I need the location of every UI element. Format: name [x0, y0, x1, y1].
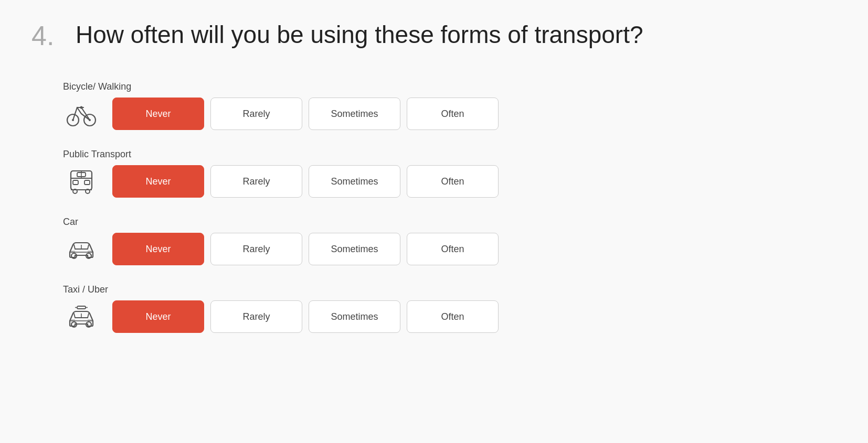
btn-taxi-never[interactable]: Never: [112, 300, 204, 333]
svg-point-5: [80, 106, 83, 109]
transport-label-taxi: Taxi / Uber: [63, 284, 499, 295]
btn-car-sometimes[interactable]: Sometimes: [309, 233, 400, 265]
btn-public-transport-often[interactable]: Often: [407, 165, 499, 198]
transport-row-bicycle: Bicycle/ Walking NeverRarelySometimesOft…: [63, 72, 837, 139]
btn-taxi-often[interactable]: Often: [407, 300, 499, 333]
bicycle-icon: [63, 98, 100, 129]
question-number: 4.: [31, 21, 63, 51]
icon-buttons-bicycle: NeverRarelySometimesOften: [63, 98, 499, 130]
transport-row-car: Car NeverRarelySometimesOften: [63, 207, 837, 275]
buttons-group-car: NeverRarelySometimesOften: [112, 233, 499, 265]
row-content-taxi: Taxi / Uber NeverRarelySometimesOften: [63, 284, 499, 333]
btn-car-never[interactable]: Never: [112, 233, 204, 265]
svg-rect-32: [88, 319, 92, 321]
svg-rect-23: [88, 251, 92, 253]
icon-buttons-car: NeverRarelySometimesOften: [63, 233, 499, 265]
icon-buttons-taxi: NeverRarelySometimesOften: [63, 300, 499, 333]
row-content-car: Car NeverRarelySometimesOften: [63, 217, 499, 265]
transport-row-public-transport: Public Transport NeverRarelySometimesOft…: [63, 139, 837, 207]
icon-buttons-public-transport: NeverRarelySometimesOften: [63, 165, 499, 198]
svg-rect-22: [71, 251, 75, 253]
transport-label-car: Car: [63, 217, 499, 228]
btn-car-often[interactable]: Often: [407, 233, 499, 265]
transport-label-bicycle: Bicycle/ Walking: [63, 81, 499, 92]
row-content-public-transport: Public Transport NeverRarelySometimesOft…: [63, 149, 499, 198]
question-text: How often will you be using these forms …: [76, 21, 643, 49]
car-icon: [63, 233, 100, 265]
svg-rect-8: [73, 180, 78, 185]
btn-bicycle-often[interactable]: Often: [407, 98, 499, 130]
bus-icon: [63, 166, 100, 197]
svg-rect-31: [71, 319, 75, 321]
buttons-group-taxi: NeverRarelySometimesOften: [112, 300, 499, 333]
transport-row-taxi: Taxi / Uber NeverRarelySometimesOften: [63, 275, 837, 342]
svg-rect-24: [77, 306, 86, 309]
btn-public-transport-sometimes[interactable]: Sometimes: [309, 165, 400, 198]
btn-taxi-rarely[interactable]: Rarely: [210, 300, 302, 333]
btn-bicycle-rarely[interactable]: Rarely: [210, 98, 302, 130]
btn-bicycle-never[interactable]: Never: [112, 98, 204, 130]
svg-rect-9: [84, 180, 90, 185]
buttons-group-public-transport: NeverRarelySometimesOften: [112, 165, 499, 198]
btn-car-rarely[interactable]: Rarely: [210, 233, 302, 265]
btn-taxi-sometimes[interactable]: Sometimes: [309, 300, 400, 333]
btn-public-transport-never[interactable]: Never: [112, 165, 204, 198]
question-header: 4. How often will you be using these for…: [31, 21, 837, 51]
btn-public-transport-rarely[interactable]: Rarely: [210, 165, 302, 198]
btn-bicycle-sometimes[interactable]: Sometimes: [309, 98, 400, 130]
row-content-bicycle: Bicycle/ Walking NeverRarelySometimesOft…: [63, 81, 499, 130]
transport-rows: Bicycle/ Walking NeverRarelySometimesOft…: [63, 72, 837, 342]
transport-label-public-transport: Public Transport: [63, 149, 499, 160]
buttons-group-bicycle: NeverRarelySometimesOften: [112, 98, 499, 130]
taxi-icon: [63, 301, 100, 332]
